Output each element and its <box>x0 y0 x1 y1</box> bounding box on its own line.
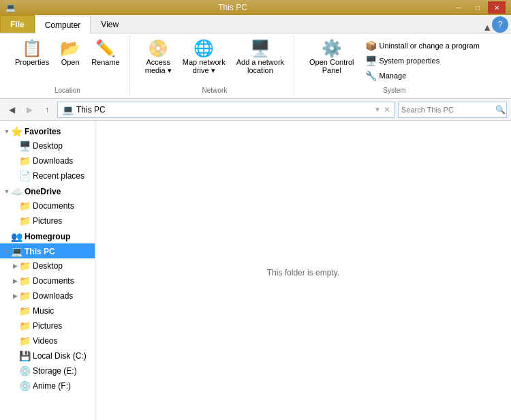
local-disk-icon: 💾 <box>19 350 30 361</box>
sidebar-item-desktop[interactable]: 🖥️ Desktop <box>0 138 95 153</box>
favorites-icon: ⭐ <box>11 126 22 137</box>
window-controls: ─ □ ✕ <box>450 1 506 14</box>
ribbon-group-system: ⚙️ Open ControlPanel 📦 Uninstall or chan… <box>300 36 489 95</box>
sidebar-item-anime[interactable]: 💿 Anime (F:) <box>0 378 95 393</box>
sidebar: ⭐ Favorites 🖥️ Desktop 📁 Downloads 📄 Rec… <box>0 121 95 420</box>
pc-documents-label: Documents <box>33 276 74 286</box>
search-input[interactable] <box>401 106 495 114</box>
sidebar-item-pc-pictures[interactable]: 📁 Pictures <box>0 318 95 333</box>
sidebar-item-pictures[interactable]: 📁 Pictures <box>0 213 95 228</box>
address-dropdown-icon[interactable]: ▼ <box>374 106 381 113</box>
manage-label: Manage <box>380 72 407 80</box>
pc-videos-expander <box>11 337 19 345</box>
sidebar-item-pc-documents[interactable]: 📁 Documents <box>0 273 95 288</box>
add-network-icon: 🖥️ <box>250 40 270 57</box>
sidebar-item-pc-videos[interactable]: 📁 Videos <box>0 333 95 348</box>
recent-icon: 📄 <box>19 170 30 181</box>
uninstall-label: Uninstall or change a program <box>380 42 480 50</box>
anime-label: Anime (F:) <box>33 381 71 391</box>
sidebar-item-pc-music[interactable]: 📁 Music <box>0 303 95 318</box>
map-network-button[interactable]: 🌐 Map networkdrive ▾ <box>179 38 230 78</box>
thispc-icon: 💻 <box>11 246 22 257</box>
pc-desktop-label: Desktop <box>33 261 63 271</box>
sidebar-item-pc-downloads[interactable]: 📁 Downloads <box>0 288 95 303</box>
map-network-icon: 🌐 <box>193 40 214 57</box>
up-button[interactable]: ↑ <box>40 102 55 117</box>
window-title: This PC <box>16 3 450 12</box>
documents-expander <box>11 202 19 210</box>
local-disk-label: Local Disk (C:) <box>33 351 87 361</box>
pc-videos-label: Videos <box>33 336 57 346</box>
onedrive-label: OneDrive <box>25 187 61 196</box>
map-network-label: Map networkdrive ▾ <box>183 58 226 75</box>
ribbon-content: 📋 Properties 📂 Open ✏️ Rename Location 📀… <box>0 33 511 99</box>
open-label: Open <box>61 58 80 66</box>
open-control-panel-label: Open ControlPanel <box>309 58 354 74</box>
ribbon-group-network: 📀 Accessmedia ▾ 🌐 Map networkdrive ▾ 🖥️ … <box>136 36 294 95</box>
content-area: This folder is empty. <box>95 121 511 420</box>
close-button[interactable]: ✕ <box>488 1 506 14</box>
open-control-panel-button[interactable]: ⚙️ Open ControlPanel <box>305 38 358 77</box>
open-button[interactable]: 📂 Open <box>56 38 84 69</box>
address-path[interactable]: 💻 This PC ▼ ✕ <box>57 102 395 118</box>
pc-desktop-icon: 📁 <box>19 260 30 271</box>
help-button[interactable]: ? <box>492 16 508 33</box>
pc-downloads-icon: 📁 <box>19 290 30 301</box>
rename-button[interactable]: ✏️ Rename <box>87 38 124 69</box>
sidebar-item-downloads[interactable]: 📁 Downloads <box>0 153 95 168</box>
thispc-label: This PC <box>25 247 55 256</box>
rename-icon: ✏️ <box>95 40 116 57</box>
pictures-label: Pictures <box>33 216 62 226</box>
add-network-button[interactable]: 🖥️ Add a networklocation <box>232 38 288 77</box>
manage-button[interactable]: 🔧 Manage <box>361 69 484 82</box>
thispc-expander <box>3 247 11 256</box>
ribbon-group-location: 📋 Properties 📂 Open ✏️ Rename Location <box>5 36 130 95</box>
pc-music-expander <box>11 307 19 315</box>
pc-music-icon: 📁 <box>19 305 30 316</box>
sidebar-item-local-disk[interactable]: 💾 Local Disk (C:) <box>0 348 95 363</box>
sidebar-item-favorites[interactable]: ⭐ Favorites <box>0 123 95 138</box>
properties-button[interactable]: 📋 Properties <box>11 38 53 69</box>
sidebar-item-storage[interactable]: 💿 Storage (E:) <box>0 363 95 378</box>
tab-file[interactable]: File <box>0 15 35 33</box>
manage-icon: 🔧 <box>365 70 377 81</box>
onedrive-expander <box>3 188 11 196</box>
recent-expander <box>11 172 19 180</box>
sidebar-item-documents[interactable]: 📁 Documents <box>0 198 95 213</box>
sidebar-item-onedrive[interactable]: ☁️ OneDrive <box>0 183 95 198</box>
pc-downloads-label: Downloads <box>33 291 73 301</box>
search-box[interactable]: 🔍 <box>398 102 507 118</box>
forward-button[interactable]: ▶ <box>22 102 37 117</box>
sidebar-item-recent-places[interactable]: 📄 Recent places <box>0 168 95 183</box>
tab-computer[interactable]: Computer <box>35 16 91 33</box>
system-properties-button[interactable]: 🖥️ System properties <box>361 54 484 68</box>
address-refresh-icon[interactable]: ✕ <box>384 105 390 115</box>
empty-message: This folder is empty. <box>267 268 339 278</box>
access-media-icon: 📀 <box>148 40 168 57</box>
back-button[interactable]: ◀ <box>4 102 19 117</box>
documents-label: Documents <box>33 201 74 211</box>
storage-expander <box>11 367 19 375</box>
favorites-label: Favorites <box>25 127 61 136</box>
maximize-button[interactable]: □ <box>469 1 486 14</box>
sidebar-item-pc-desktop[interactable]: 📁 Desktop <box>0 258 95 273</box>
storage-label: Storage (E:) <box>33 366 77 376</box>
access-media-button[interactable]: 📀 Accessmedia ▾ <box>141 38 176 78</box>
address-path-icon: 💻 <box>62 104 74 115</box>
anime-icon: 💿 <box>19 380 30 391</box>
ribbon-collapse-btn[interactable]: ▲ <box>482 22 492 33</box>
main-container: ⭐ Favorites 🖥️ Desktop 📁 Downloads 📄 Rec… <box>0 121 511 420</box>
sidebar-item-thispc[interactable]: 💻 This PC <box>0 243 95 258</box>
address-path-text: This PC <box>76 105 106 115</box>
ribbon-group-network-items: 📀 Accessmedia ▾ 🌐 Map networkdrive ▾ 🖥️ … <box>141 38 288 84</box>
downloads-fav-label: Downloads <box>33 156 73 166</box>
uninstall-icon: 📦 <box>365 40 377 51</box>
anime-expander <box>11 382 19 390</box>
sidebar-item-homegroup[interactable]: 👥 Homegroup <box>0 228 95 243</box>
tab-view[interactable]: View <box>91 15 129 33</box>
minimize-button[interactable]: ─ <box>450 1 467 14</box>
search-icon: 🔍 <box>495 105 506 115</box>
local-disk-expander <box>11 352 19 360</box>
uninstall-button[interactable]: 📦 Uninstall or change a program <box>361 39 484 52</box>
ribbon-group-system-items: ⚙️ Open ControlPanel 📦 Uninstall or chan… <box>305 38 484 84</box>
